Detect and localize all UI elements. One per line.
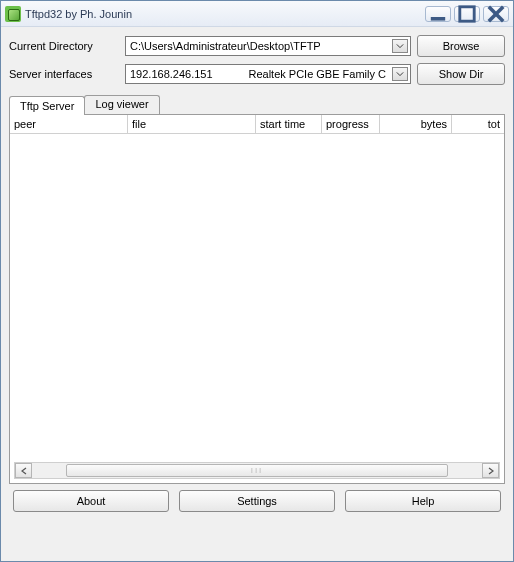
current-directory-combo[interactable]: C:\Users\Administrateur\Desktop\TFTP [125,36,411,56]
tab-tftp-server[interactable]: Tftp Server [9,96,85,115]
close-button[interactable] [483,6,509,22]
tab-strip: Tftp Server Log viewer [9,95,505,114]
scroll-thumb[interactable]: III [66,464,449,477]
col-start-time[interactable]: start time [256,115,322,133]
titlebar[interactable]: Tftpd32 by Ph. Jounin [1,1,513,27]
interface-ip: 192.168.246.151 [130,68,213,80]
about-button[interactable]: About [13,490,169,512]
chevron-down-icon[interactable] [392,67,408,81]
settings-button[interactable]: Settings [179,490,335,512]
col-bytes[interactable]: bytes [380,115,452,133]
window-controls [425,6,509,22]
tab-log-viewer[interactable]: Log viewer [84,95,159,114]
browse-button[interactable]: Browse [417,35,505,57]
maximize-button[interactable] [454,6,480,22]
window-title: Tftpd32 by Ph. Jounin [25,8,425,20]
scroll-left-button[interactable] [15,463,32,478]
scroll-right-button[interactable] [482,463,499,478]
help-button[interactable]: Help [345,490,501,512]
minimize-button[interactable] [425,6,451,22]
scroll-track[interactable]: III [32,463,482,478]
col-tot[interactable]: tot [452,115,504,133]
col-file[interactable]: file [128,115,256,133]
transfer-table-header: peer file start time progress bytes tot [10,115,504,134]
row-directory: Current Directory C:\Users\Administrateu… [9,35,505,57]
current-directory-value: C:\Users\Administrateur\Desktop\TFTP [130,40,321,52]
tftp-server-panel: peer file start time progress bytes tot … [9,114,505,484]
col-peer[interactable]: peer [10,115,128,133]
interface-desc: Realtek PCIe GBE Family C [248,68,386,80]
content-area: Current Directory C:\Users\Administrateu… [1,27,513,561]
server-interfaces-combo[interactable]: 192.168.246.151 Realtek PCIe GBE Family … [125,64,411,84]
svg-rect-1 [460,6,474,20]
label-server-interfaces: Server interfaces [9,68,119,80]
chevron-down-icon[interactable] [392,39,408,53]
label-current-directory: Current Directory [9,40,119,52]
main-window: Tftpd32 by Ph. Jounin Current Directory … [0,0,514,562]
horizontal-scrollbar[interactable]: III [14,462,500,479]
row-interfaces: Server interfaces 192.168.246.151 Realte… [9,63,505,85]
show-dir-button[interactable]: Show Dir [417,63,505,85]
app-icon [5,6,21,22]
footer-buttons: About Settings Help [9,484,505,512]
col-progress[interactable]: progress [322,115,380,133]
